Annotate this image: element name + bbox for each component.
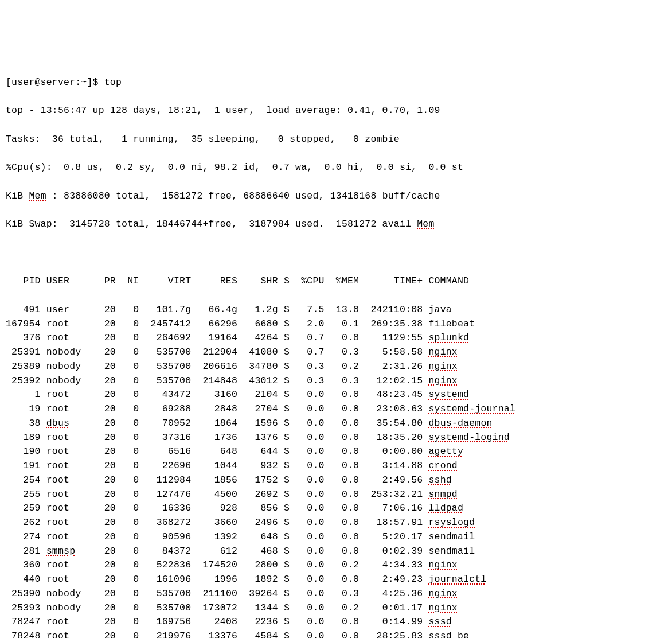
table-row: 38 dbus 20 0 70952 1864 1596 S 0.0 0.0 3… (6, 417, 666, 431)
process-list: 491 user 20 0 101.7g 66.4g 1.2g S 7.5 13… (6, 303, 666, 638)
terminal-output: [user@server:~]$ top top - 13:56:47 up 1… (6, 61, 666, 638)
table-row: 274 root 20 0 90596 1392 648 S 0.0 0.0 5… (6, 530, 666, 544)
table-row: 262 root 20 0 368272 3660 2496 S 0.0 0.0… (6, 516, 666, 530)
table-row: 25390 nobody 20 0 535700 211100 39264 S … (6, 587, 666, 601)
table-row: 255 root 20 0 127476 4500 2692 S 0.0 0.0… (6, 488, 666, 502)
table-row: 19 root 20 0 69288 2848 2704 S 0.0 0.0 2… (6, 402, 666, 417)
mem-label: Mem (29, 190, 46, 201)
user-cell: smmsp (46, 546, 76, 557)
top-header-2: Tasks: 36 total, 1 running, 35 sleeping,… (6, 133, 666, 147)
blank-line (6, 246, 666, 260)
command-cell: systemd (428, 389, 469, 400)
table-row: 376 root 20 0 264692 19164 4264 S 0.7 0.… (6, 331, 666, 345)
command-cell: systemd-logind (428, 432, 509, 443)
command-cell: agetty (428, 446, 463, 457)
command-cell: nginx (428, 347, 458, 357)
command-cell: sshd (428, 474, 451, 485)
table-row: 78248 root 20 0 219976 13376 4584 S 0.0 … (6, 629, 666, 638)
table-row: 360 root 20 0 522836 174520 2800 S 0.0 0… (6, 558, 666, 573)
command-cell: sssd_be (428, 631, 469, 638)
table-row: 281 smmsp 20 0 84372 612 468 S 0.0 0.0 0… (6, 544, 666, 559)
command-cell: filebeat (428, 318, 475, 329)
command-cell: rsyslogd (428, 517, 475, 528)
command-cell: sssd (428, 616, 451, 627)
command-cell: journalctl (428, 574, 486, 585)
command-cell: nginx (428, 361, 458, 372)
column-header: PID USER PR NI VIRT RES SHR S %CPU %MEM … (6, 274, 666, 289)
table-row: 191 root 20 0 22696 1044 932 S 0.0 0.0 3… (6, 459, 666, 473)
command-cell: lldpad (428, 503, 463, 513)
table-row: 78247 root 20 0 169756 2408 2236 S 0.0 0… (6, 615, 666, 629)
table-row: 25393 nobody 20 0 535700 173072 1344 S 0… (6, 601, 666, 616)
prompt-line: [user@server:~]$ top (6, 76, 666, 90)
table-row: 1 root 20 0 43472 3160 2104 S 0.0 0.0 48… (6, 388, 666, 402)
table-row: 167954 root 20 0 2457412 66296 6680 S 2.… (6, 317, 666, 332)
table-row: 25392 nobody 20 0 535700 214848 43012 S … (6, 374, 666, 388)
table-row: 440 root 20 0 161096 1996 1892 S 0.0 0.0… (6, 573, 666, 587)
table-row: 190 root 20 0 6516 648 644 S 0.0 0.0 0:0… (6, 445, 666, 459)
command-cell: nginx (428, 602, 458, 613)
command-cell: crond (428, 460, 458, 471)
command-cell: systemd-journal (428, 403, 515, 414)
table-row: 25389 nobody 20 0 535700 206616 34780 S … (6, 360, 666, 374)
command-cell: sendmail (428, 531, 475, 542)
table-row: 491 user 20 0 101.7g 66.4g 1.2g S 7.5 13… (6, 303, 666, 317)
command-cell: snmpd (428, 489, 458, 500)
table-row: 259 root 20 0 16336 928 856 S 0.0 0.0 7:… (6, 501, 666, 516)
command-cell: dbus-daemon (428, 418, 492, 429)
top-header-3: %Cpu(s): 0.8 us, 0.2 sy, 0.0 ni, 98.2 id… (6, 161, 666, 175)
top-header-5: KiB Swap: 3145728 total, 18446744+free, … (6, 217, 666, 232)
top-header-1: top - 13:56:47 up 128 days, 18:21, 1 use… (6, 104, 666, 118)
command-cell: splunkd (428, 332, 469, 343)
command-cell: nginx (428, 559, 458, 570)
table-row: 254 root 20 0 112984 1856 1752 S 0.0 0.0… (6, 473, 666, 488)
command-cell: java (428, 304, 451, 315)
command-cell: sendmail (428, 546, 475, 557)
user-cell: dbus (46, 418, 69, 429)
command-cell: nginx (428, 375, 458, 386)
table-row: 25391 nobody 20 0 535700 212904 41080 S … (6, 345, 666, 360)
table-row: 189 root 20 0 37316 1736 1376 S 0.0 0.0 … (6, 431, 666, 445)
mem-label: Mem (417, 219, 434, 229)
command-cell: nginx (428, 588, 458, 599)
top-header-4: KiB Mem : 83886080 total, 1581272 free, … (6, 189, 666, 204)
